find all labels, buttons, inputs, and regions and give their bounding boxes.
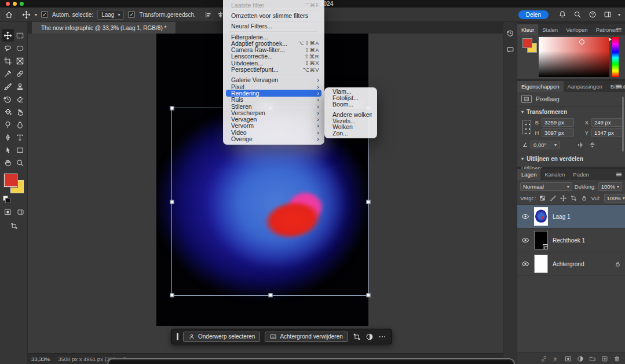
menu-item[interactable]: Vervorm› bbox=[226, 123, 321, 129]
close-window-button[interactable] bbox=[6, 2, 10, 6]
lasso-tool[interactable] bbox=[2, 42, 14, 54]
home-icon[interactable] bbox=[5, 10, 13, 19]
menu-item[interactable]: Adaptief groothoek...⌥⇧⌘A bbox=[226, 40, 321, 46]
help-icon[interactable] bbox=[589, 10, 597, 19]
color-picker-ring[interactable] bbox=[579, 39, 584, 45]
auto-select-checkbox[interactable]: ✓ bbox=[41, 11, 48, 18]
tab-paden[interactable]: Paden bbox=[569, 169, 593, 180]
workspace-icon[interactable] bbox=[604, 10, 612, 19]
menu-item[interactable]: Vervagen› bbox=[226, 116, 321, 122]
chevron-down-icon[interactable]: ▾ bbox=[618, 12, 620, 17]
menu-item[interactable]: Pixel› bbox=[226, 83, 321, 90]
share-button[interactable]: Delen bbox=[518, 10, 549, 19]
menu-item[interactable]: Lenscorrectie...⇧⌘R bbox=[226, 53, 321, 60]
menu-item[interactable]: Video› bbox=[226, 129, 321, 135]
move-tool-icon[interactable] bbox=[22, 10, 31, 19]
menu-item[interactable]: Overige› bbox=[226, 135, 321, 142]
panel-scrollbar[interactable] bbox=[622, 97, 624, 152]
eyedropper-tool[interactable] bbox=[2, 67, 14, 80]
layer-group-icon[interactable] bbox=[589, 355, 596, 362]
menu-item[interactable]: Vezels... bbox=[327, 117, 374, 124]
tab-kanalen[interactable]: Kanalen bbox=[540, 169, 569, 180]
foreground-color-swatch[interactable] bbox=[4, 174, 17, 187]
layer-effects-icon[interactable]: fx bbox=[553, 355, 560, 362]
align-left-edges-icon[interactable] bbox=[204, 11, 212, 19]
layer-thumbnail[interactable] bbox=[534, 255, 548, 273]
bell-icon[interactable] bbox=[558, 10, 566, 19]
transform-icon[interactable] bbox=[353, 333, 361, 341]
move-tool[interactable] bbox=[2, 29, 14, 42]
crop-tool[interactable] bbox=[2, 54, 14, 67]
object-selection-tool[interactable] bbox=[14, 42, 26, 54]
dodge-tool[interactable] bbox=[2, 118, 14, 131]
remove-background-button[interactable]: Achtergrond verwijderen bbox=[265, 332, 348, 342]
lock-pixels-icon[interactable] bbox=[550, 195, 556, 201]
clone-stamp-tool[interactable] bbox=[14, 80, 26, 93]
menu-item[interactable]: Verscherpen› bbox=[226, 109, 321, 116]
adjustment-layer-icon[interactable] bbox=[577, 355, 584, 362]
tab-lagen[interactable]: Lagen bbox=[517, 169, 540, 180]
document-tab[interactable]: The now infographic @ 33,3% (Laag 1, RGB… bbox=[32, 22, 176, 34]
transform-handle[interactable] bbox=[367, 293, 371, 297]
layer-mask-icon[interactable] bbox=[565, 355, 572, 362]
menu-item[interactable]: Galerie Vervagen› bbox=[226, 77, 321, 83]
history-panel-icon[interactable] bbox=[506, 29, 514, 37]
layer-visibility-eye-icon[interactable] bbox=[521, 212, 529, 220]
paint-bucket-tool[interactable] bbox=[2, 105, 14, 118]
width-field[interactable]: 3259 px bbox=[542, 118, 574, 127]
more-options-icon[interactable] bbox=[378, 333, 386, 341]
marquee-tool[interactable] bbox=[14, 29, 26, 42]
panel-menu-icon[interactable] bbox=[615, 171, 623, 178]
layer-row[interactable]: Laag 1 bbox=[517, 205, 625, 229]
taskbar-drag-handle[interactable] bbox=[177, 333, 178, 340]
show-transform-controls-checkbox[interactable]: ✓ bbox=[128, 11, 135, 18]
tab-kleur[interactable]: Kleur bbox=[517, 24, 538, 35]
menu-item[interactable]: Camera Raw-filter...⇧⌘A bbox=[226, 46, 321, 53]
zoom-level[interactable]: 33,33% bbox=[31, 356, 50, 362]
transform-handle[interactable] bbox=[170, 106, 174, 111]
color-field[interactable] bbox=[539, 37, 609, 77]
menu-item[interactable]: Stileren› bbox=[226, 103, 321, 109]
transform-section-header[interactable]: ▾ Transformeren bbox=[517, 108, 625, 116]
lock-position-icon[interactable] bbox=[560, 195, 566, 201]
auto-select-dropdown[interactable]: Laag ▾ bbox=[97, 10, 124, 20]
healing-brush-tool[interactable] bbox=[14, 67, 26, 80]
foreground-color-swatch[interactable] bbox=[522, 38, 532, 48]
menu-item[interactable]: Filtergalerie... bbox=[226, 34, 321, 40]
lock-all-icon[interactable] bbox=[581, 195, 587, 201]
edit-toolbar-icon[interactable] bbox=[10, 222, 18, 230]
tab-stalen[interactable]: Stalen bbox=[538, 24, 562, 35]
eraser-tool[interactable] bbox=[14, 93, 26, 105]
menu-item[interactable]: Fotolijst... bbox=[327, 95, 374, 101]
menu-item[interactable]: Ruis› bbox=[226, 97, 321, 103]
zoom-window-button[interactable] bbox=[20, 2, 24, 6]
blur-tool[interactable] bbox=[14, 118, 26, 131]
menu-item[interactable]: Perspectiefpunt...⌥⌘V bbox=[226, 66, 321, 72]
tab-aanpassingen[interactable]: Aanpassingen bbox=[564, 81, 606, 92]
minimize-window-button[interactable] bbox=[13, 2, 17, 6]
comments-panel-icon[interactable] bbox=[506, 46, 514, 54]
new-layer-icon[interactable] bbox=[601, 355, 608, 362]
flip-vertical-icon[interactable] bbox=[589, 141, 596, 149]
lock-artboard-icon[interactable] bbox=[571, 195, 577, 201]
layer-row[interactable]: Rechthoek 1 bbox=[517, 229, 625, 252]
brush-tool[interactable] bbox=[2, 80, 14, 93]
link-layers-icon[interactable] bbox=[540, 355, 547, 362]
hue-slider[interactable] bbox=[612, 37, 619, 77]
rectangle-tool[interactable] bbox=[14, 144, 26, 156]
blend-mode-dropdown[interactable]: Normaal ▾ bbox=[520, 182, 572, 191]
smudge-tool[interactable] bbox=[14, 105, 26, 118]
layer-visibility-eye-icon[interactable] bbox=[521, 236, 529, 244]
transform-handle[interactable] bbox=[170, 200, 174, 204]
history-brush-tool[interactable] bbox=[2, 93, 14, 105]
search-icon[interactable] bbox=[573, 10, 582, 19]
select-subject-button[interactable]: Onderwerp selecteren bbox=[183, 332, 260, 342]
transform-handle[interactable] bbox=[268, 293, 272, 297]
reference-point-icon[interactable] bbox=[522, 120, 531, 134]
transform-handle[interactable] bbox=[170, 293, 174, 297]
tab-verlopen[interactable]: Verlopen bbox=[562, 24, 592, 35]
menu-item[interactable]: Laatste filter⌃⌘F bbox=[226, 2, 321, 8]
pen-tool[interactable] bbox=[2, 131, 14, 144]
hand-tool[interactable] bbox=[2, 156, 14, 169]
frame-tool[interactable] bbox=[14, 54, 26, 67]
